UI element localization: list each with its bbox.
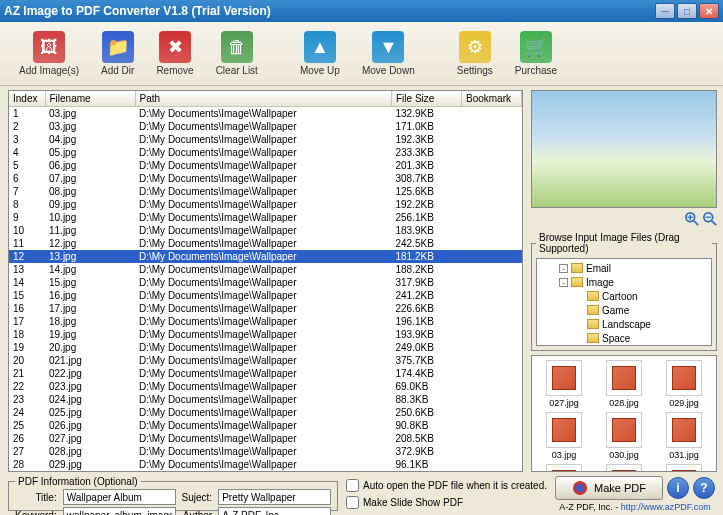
website-link[interactable]: http://www.azPDF.com [621,502,711,512]
table-row[interactable]: 28029.jpgD:\My Documents\Image\Wallpaper… [9,458,522,471]
svg-line-5 [712,221,716,225]
purchase-icon: 🛒 [520,31,552,63]
folder-icon [587,305,599,315]
tree-node[interactable]: -Email [539,261,709,275]
table-row[interactable]: 1819.jpgD:\My Documents\Image\Wallpaper1… [9,328,522,341]
table-row[interactable]: 103.jpgD:\My Documents\Image\Wallpaper13… [9,107,522,121]
footer-link: A-Z PDF, Inc. - http://www.azPDF.com [559,502,711,512]
column-header[interactable]: Bookmark [462,91,522,107]
tool-label: Move Down [362,65,415,76]
close-button[interactable]: ✕ [699,3,719,19]
table-row[interactable]: 405.jpgD:\My Documents\Image\Wallpaper23… [9,146,522,159]
table-row[interactable]: 1516.jpgD:\My Documents\Image\Wallpaper2… [9,289,522,302]
table-row[interactable]: 506.jpgD:\My Documents\Image\Wallpaper20… [9,159,522,172]
zoom-out-icon[interactable] [703,212,717,226]
column-header[interactable]: Index [9,91,45,107]
expander-icon[interactable]: - [559,264,568,273]
tool-label: Settings [457,65,493,76]
column-header[interactable]: Path [135,91,392,107]
table-row[interactable]: 1213.jpgD:\My Documents\Image\Wallpaper1… [9,250,522,263]
tool-label: Move Up [300,65,340,76]
move-down-button[interactable]: ▼Move Down [355,28,422,79]
thumbnail[interactable]: 033.jpg [596,464,652,472]
table-row[interactable]: 304.jpgD:\My Documents\Image\Wallpaper19… [9,133,522,146]
window-title: AZ Image to PDF Converter V1.8 (Trial Ve… [4,4,271,18]
table-row[interactable]: 26027.jpgD:\My Documents\Image\Wallpaper… [9,432,522,445]
tree-node[interactable]: Wallpaper [539,345,709,346]
table-row[interactable]: 607.jpgD:\My Documents\Image\Wallpaper30… [9,172,522,185]
thumbnail[interactable]: 030.jpg [596,412,652,460]
maximize-button[interactable]: □ [677,3,697,19]
table-row[interactable]: 708.jpgD:\My Documents\Image\Wallpaper12… [9,185,522,198]
table-row[interactable]: 24025.jpgD:\My Documents\Image\Wallpaper… [9,406,522,419]
tree-node[interactable]: Space [539,331,709,345]
author-field[interactable] [218,507,331,515]
tool-label: Add Image(s) [19,65,79,76]
add-dir-button[interactable]: 📁Add Dir [94,28,141,79]
title-label: Title: [15,492,57,503]
thumbnail[interactable]: 031.jpg [656,412,712,460]
column-header[interactable]: File Size [392,91,462,107]
folder-icon [587,291,599,301]
table-row[interactable]: 21022.jpgD:\My Documents\Image\Wallpaper… [9,367,522,380]
table-row[interactable]: 23024.jpgD:\My Documents\Image\Wallpaper… [9,393,522,406]
table-row[interactable]: 1011.jpgD:\My Documents\Image\Wallpaper1… [9,224,522,237]
thumbnail[interactable]: 03.jpg [536,412,592,460]
tool-label: Add Dir [101,65,134,76]
thumb-image-icon [666,464,702,472]
slideshow-checkbox[interactable]: Make Slide Show PDF [346,496,547,509]
help-button[interactable]: ? [693,477,715,499]
thumb-image-icon [546,464,582,472]
info-button[interactable]: i [667,477,689,499]
keyword-label: Keyword: [15,510,57,516]
thumb-label: 028.jpg [609,398,639,408]
remove-button[interactable]: ✖Remove [149,28,200,79]
thumb-image-icon [606,412,642,448]
purchase-button[interactable]: 🛒Purchase [508,28,564,79]
title-field[interactable] [63,489,176,505]
auto-open-checkbox[interactable]: Auto open the PDF file when it is create… [346,479,547,492]
keyword-field[interactable] [63,507,176,515]
remove-icon: ✖ [159,31,191,63]
table-row[interactable]: 1718.jpgD:\My Documents\Image\Wallpaper1… [9,315,522,328]
zoom-in-icon[interactable] [685,212,699,226]
table-row[interactable]: 1617.jpgD:\My Documents\Image\Wallpaper2… [9,302,522,315]
expander-icon[interactable]: - [559,278,568,287]
add-images-button[interactable]: 🖼Add Image(s) [12,28,86,79]
folder-icon [571,277,583,287]
make-pdf-button[interactable]: Make PDF [555,476,663,500]
pdf-icon [572,480,588,496]
thumbnail[interactable]: 032.jpg [536,464,592,472]
thumbnail[interactable]: 034.jpg [656,464,712,472]
tree-node[interactable]: -Image [539,275,709,289]
table-row[interactable]: 1415.jpgD:\My Documents\Image\Wallpaper3… [9,276,522,289]
tree-node[interactable]: Game [539,303,709,317]
thumb-image-icon [666,412,702,448]
move-up-icon: ▲ [304,31,336,63]
subject-field[interactable] [218,489,331,505]
pdf-info-legend: PDF Information (Optional) [15,476,141,487]
table-row[interactable]: 1920.jpgD:\My Documents\Image\Wallpaper2… [9,341,522,354]
column-header[interactable]: Filename [45,91,135,107]
move-up-button[interactable]: ▲Move Up [293,28,347,79]
thumbnail[interactable]: 028.jpg [596,360,652,408]
tree-node[interactable]: Cartoon [539,289,709,303]
settings-button[interactable]: ⚙Settings [450,28,500,79]
table-row[interactable]: 20021.jpgD:\My Documents\Image\Wallpaper… [9,354,522,367]
table-row[interactable]: 809.jpgD:\My Documents\Image\Wallpaper19… [9,198,522,211]
minimize-button[interactable]: ─ [655,3,675,19]
table-row[interactable]: 203.jpgD:\My Documents\Image\Wallpaper17… [9,120,522,133]
table-row[interactable]: 27028.jpgD:\My Documents\Image\Wallpaper… [9,445,522,458]
table-row[interactable]: 1314.jpgD:\My Documents\Image\Wallpaper1… [9,263,522,276]
table-row[interactable]: 22023.jpgD:\My Documents\Image\Wallpaper… [9,380,522,393]
tree-node[interactable]: Landscape [539,317,709,331]
table-row[interactable]: 25026.jpgD:\My Documents\Image\Wallpaper… [9,419,522,432]
folder-icon [587,333,599,343]
table-row[interactable]: 29030.jpgD:\My Documents\Image\Wallpaper… [9,471,522,472]
table-row[interactable]: 1112.jpgD:\My Documents\Image\Wallpaper2… [9,237,522,250]
thumbnail[interactable]: 027.jpg [536,360,592,408]
table-row[interactable]: 910.jpgD:\My Documents\Image\Wallpaper25… [9,211,522,224]
clear-list-button[interactable]: 🗑Clear List [209,28,265,79]
image-preview [531,90,717,208]
thumbnail[interactable]: 029.jpg [656,360,712,408]
